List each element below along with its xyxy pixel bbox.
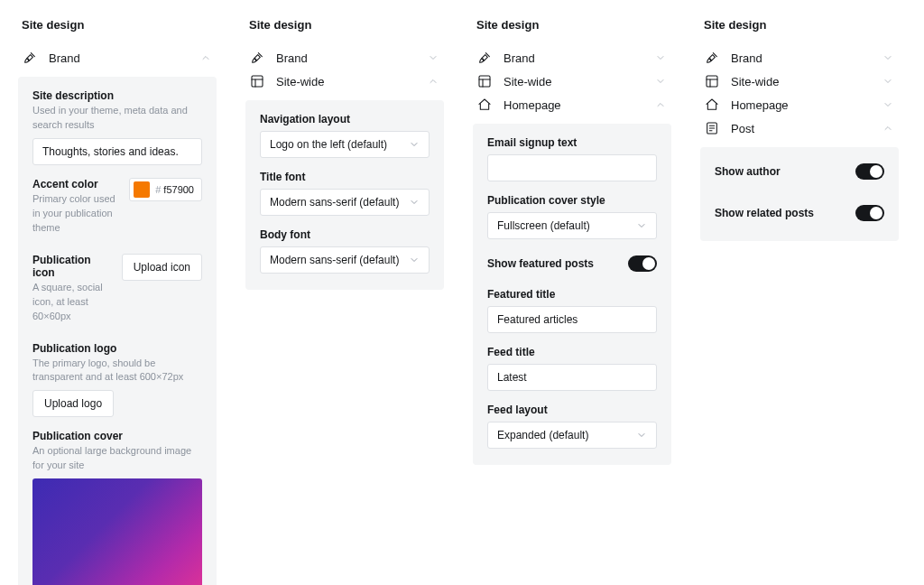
section-row-brand[interactable]: Brand xyxy=(700,46,899,70)
section-label: Brand xyxy=(731,51,882,65)
input-value: Thoughts, stories and ideas. xyxy=(42,145,179,158)
post-icon xyxy=(704,120,720,136)
home-icon xyxy=(476,97,493,113)
section-row-sitewide[interactable]: Site-wide xyxy=(473,70,671,93)
svg-rect-6 xyxy=(707,76,717,87)
section-label: Brand xyxy=(49,51,200,65)
chevron-down-icon xyxy=(882,99,893,110)
col-title: Site design xyxy=(476,18,671,32)
field-label: Email signup text xyxy=(487,136,657,149)
field-label: Title font xyxy=(260,171,430,183)
layout-icon xyxy=(704,73,720,89)
field-label: Publication cover style xyxy=(487,194,657,207)
post-panel: Show author Show related posts xyxy=(700,147,899,241)
svg-rect-0 xyxy=(252,76,263,87)
chevron-down-icon xyxy=(655,52,666,63)
field-publication-cover: Publication cover An optional large back… xyxy=(32,430,202,585)
site-description-input[interactable]: Thoughts, stories and ideas. xyxy=(32,138,202,165)
email-signup-input[interactable] xyxy=(487,154,657,181)
chevron-down-icon xyxy=(428,52,439,63)
color-swatch xyxy=(134,181,150,198)
panel-column-homepage: Site design Brand Site-wide Homepage Ema… xyxy=(473,18,671,585)
upload-icon-button[interactable]: Upload icon xyxy=(122,254,202,281)
col-title: Site design xyxy=(22,18,217,32)
home-icon xyxy=(704,97,720,113)
field-label: Site description xyxy=(32,89,202,102)
section-row-sitewide[interactable]: Site-wide xyxy=(700,70,899,93)
title-font-select[interactable]: Modern sans-serif (default) xyxy=(260,189,430,216)
feed-layout-select[interactable]: Expanded (default) xyxy=(487,422,657,449)
chevron-up-icon xyxy=(882,123,893,134)
field-label: Accent color xyxy=(32,178,120,190)
select-value: Logo on the left (default) xyxy=(270,138,387,151)
section-label: Homepage xyxy=(504,98,655,112)
field-featured-title: Featured title Featured articles xyxy=(487,288,657,333)
brush-icon xyxy=(249,50,265,66)
chevron-down-icon xyxy=(636,220,647,231)
field-sub: Used in your theme, meta data and search… xyxy=(32,104,202,133)
section-row-brand[interactable]: Brand xyxy=(473,46,671,70)
section-row-homepage[interactable]: Homepage xyxy=(473,93,671,116)
layout-icon xyxy=(249,73,265,89)
cover-style-select[interactable]: Fullscreen (default) xyxy=(487,212,657,239)
section-row-brand[interactable]: Brand xyxy=(245,46,444,70)
field-sub: An optional large background image for y… xyxy=(32,444,202,473)
brush-icon xyxy=(22,50,38,66)
field-label: Publication logo xyxy=(32,342,202,355)
body-font-select[interactable]: Modern sans-serif (default) xyxy=(260,246,430,274)
sitewide-panel: Navigation layout Logo on the left (defa… xyxy=(245,100,444,290)
feed-title-input[interactable]: Latest xyxy=(487,364,657,391)
chevron-up-icon xyxy=(428,76,439,87)
section-label: Site-wide xyxy=(504,75,655,88)
section-row-brand[interactable]: Brand xyxy=(18,46,217,70)
cover-preview[interactable] xyxy=(32,478,202,585)
field-label: Publication cover xyxy=(32,430,202,442)
svg-rect-3 xyxy=(479,76,490,87)
section-row-post[interactable]: Post xyxy=(700,116,899,140)
select-value: Modern sans-serif (default) xyxy=(270,254,399,266)
show-author-toggle[interactable] xyxy=(855,163,884,180)
featured-title-input[interactable]: Featured articles xyxy=(487,306,657,333)
section-label: Brand xyxy=(504,51,655,65)
nav-layout-select[interactable]: Logo on the left (default) xyxy=(260,131,430,158)
col-title: Site design xyxy=(704,18,899,32)
field-site-description: Site description Used in your theme, met… xyxy=(32,89,202,165)
select-value: Modern sans-serif (default) xyxy=(270,196,399,209)
section-row-sitewide[interactable]: Site-wide xyxy=(245,70,444,93)
select-value: Expanded (default) xyxy=(497,429,588,441)
brand-panel: Site description Used in your theme, met… xyxy=(18,77,217,585)
field-show-featured: Show featured posts xyxy=(487,252,657,275)
input-value: Featured articles xyxy=(497,313,578,326)
field-sub: The primary logo, should be transparent … xyxy=(32,357,202,385)
chevron-down-icon xyxy=(409,255,420,265)
section-label: Post xyxy=(731,122,882,135)
homepage-panel: Email signup text Publication cover styl… xyxy=(473,124,671,465)
field-label: Show author xyxy=(715,165,781,178)
upload-logo-button[interactable]: Upload logo xyxy=(32,390,114,417)
field-publication-logo: Publication logo The primary logo, shoul… xyxy=(32,342,202,418)
brush-icon xyxy=(476,50,493,66)
section-label: Site-wide xyxy=(731,75,882,88)
chevron-down-icon xyxy=(409,197,420,208)
field-feed-layout: Feed layout Expanded (default) xyxy=(487,404,657,449)
section-row-homepage[interactable]: Homepage xyxy=(700,93,899,116)
chevron-down-icon xyxy=(409,139,420,150)
chevron-down-icon xyxy=(882,76,893,87)
field-sub: Primary color used in your publication t… xyxy=(32,192,120,236)
show-related-toggle[interactable] xyxy=(855,205,884,221)
input-value: Latest xyxy=(497,371,527,384)
col-title: Site design xyxy=(249,18,444,32)
field-show-author: Show author xyxy=(715,160,884,183)
field-show-related: Show related posts xyxy=(715,201,884,225)
field-email-signup: Email signup text xyxy=(487,136,657,181)
chevron-up-icon xyxy=(200,52,211,63)
field-publication-icon: Publication icon A square, social icon, … xyxy=(32,254,202,330)
field-label: Featured title xyxy=(487,288,657,301)
accent-color-input[interactable]: # f57900 xyxy=(129,178,202,201)
show-featured-toggle[interactable] xyxy=(628,255,657,272)
chevron-up-icon xyxy=(655,99,666,110)
panel-column-post: Site design Brand Site-wide Homepage Pos… xyxy=(700,18,899,585)
section-label: Brand xyxy=(276,51,428,65)
field-label: Body font xyxy=(260,228,430,241)
field-label: Show related posts xyxy=(715,207,814,219)
